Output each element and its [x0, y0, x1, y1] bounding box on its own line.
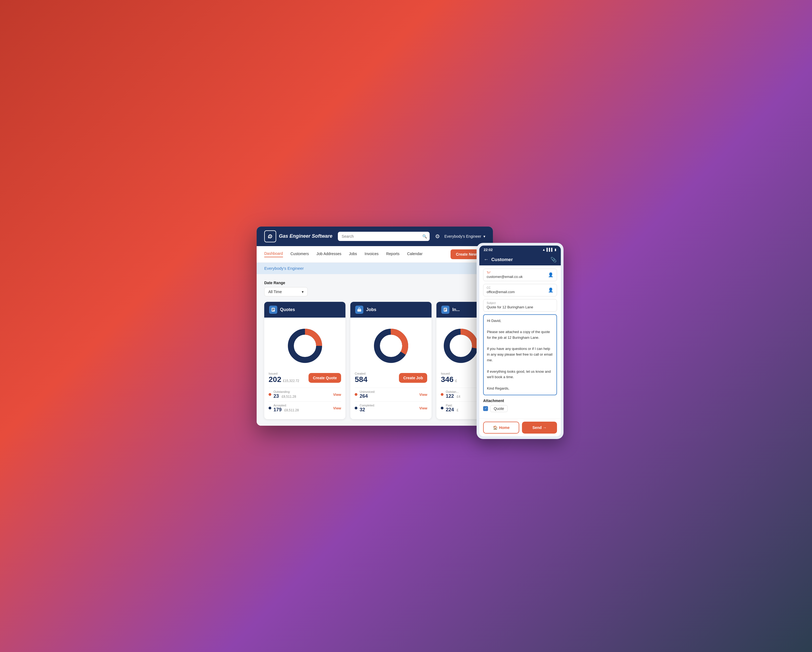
quotes-issued-count: 202 [269, 375, 281, 384]
search-icon: 🔍 [422, 234, 427, 238]
quotes-accepted-view[interactable]: View [333, 406, 341, 410]
mobile-attachment-checkbox[interactable]: ✓ [483, 406, 488, 411]
invoices-issued-amount: £ [455, 379, 457, 383]
svg-rect-2 [272, 308, 274, 309]
mobile-to-label: To* [487, 271, 522, 274]
mobile-to-value: customer@email.co.uk [487, 275, 522, 279]
svg-point-7 [297, 338, 313, 354]
search-bar: 🔍 [338, 232, 430, 241]
svg-point-18 [453, 338, 469, 354]
quotes-outstanding-count: 23 [273, 393, 279, 399]
quotes-card-body: Issued: 202 £15,322.72 Create Quote [264, 318, 345, 419]
mobile-attachment-section: Attachment ✓ Quote [483, 399, 557, 412]
jobs-uninvoiced-view[interactable]: View [419, 392, 427, 397]
search-input[interactable] [338, 232, 430, 241]
invoices-outstanding-amount: £4 [457, 395, 460, 399]
quotes-outstanding-label: Outstanding: [273, 390, 296, 393]
dropdown-chevron-icon: ▾ [484, 234, 485, 238]
mobile-attachment-icon[interactable]: 📎 [551, 257, 556, 263]
invoices-issued-label: Issued: [441, 372, 457, 375]
quotes-accepted-label: Accepted: [273, 404, 299, 407]
quotes-issued-row: Issued: 202 £15,322.72 Create Quote [269, 372, 341, 384]
nav-item-invoices[interactable]: Invoices [365, 252, 379, 257]
mobile-attachment-label: Attachment [483, 399, 557, 403]
completed-dot [355, 407, 357, 409]
desktop-window: Gas Engineer Software 🔍 ⚙ Everybody's En… [256, 227, 493, 426]
mobile-status-icons: ▲ ▌▌▌ ▮ [542, 248, 556, 252]
mobile-header-title: Customer [491, 257, 513, 263]
logo-area: Gas Engineer Software [264, 231, 333, 242]
invoices-outstanding-row: Outstan... 122 £4 [441, 388, 481, 401]
mobile-header: ← Customer 📎 [479, 254, 561, 266]
quotes-card-title: Quotes [280, 307, 295, 312]
mobile-email-body[interactable]: Hi David, Please see attached a copy of … [483, 314, 557, 395]
svg-point-11 [383, 338, 399, 354]
logo-icon [264, 231, 276, 242]
svg-rect-14 [444, 310, 446, 310]
nav-item-customers[interactable]: Customers [291, 252, 309, 257]
dropdown-arrow-icon: ▾ [302, 290, 304, 294]
create-new-label: Create New + [456, 252, 480, 257]
settings-button[interactable]: ⚙ [435, 233, 440, 240]
invoices-outstanding-count: 122 [446, 393, 454, 399]
quotes-header-icon [269, 305, 277, 314]
create-job-button[interactable]: Create Job [399, 373, 427, 383]
invoices-paid-dot [441, 407, 444, 409]
quotes-donut [269, 324, 341, 368]
nav-item-dashboard[interactable]: Dashboard [264, 251, 283, 257]
home-icon: 🏠 [493, 425, 498, 430]
mobile-cc-field[interactable]: CC office@email.com 👤 [483, 284, 557, 296]
svg-rect-4 [272, 310, 273, 311]
mobile-back-button[interactable]: ← [484, 257, 488, 263]
mobile-to-field[interactable]: To* customer@email.co.uk 👤 [483, 269, 557, 281]
user-dropdown-button[interactable]: Everybody's Engineer ▾ [444, 234, 485, 238]
mobile-send-button[interactable]: Send → [522, 421, 557, 434]
jobs-completed-view[interactable]: View [419, 406, 427, 410]
nav-item-calendar[interactable]: Calendar [407, 252, 423, 257]
create-quote-button[interactable]: Create Quote [308, 373, 341, 383]
mobile-header-left: ← Customer [484, 257, 513, 263]
mobile-cc-value: office@email.com [487, 290, 514, 294]
mobile-home-button[interactable]: 🏠 Home [483, 421, 519, 434]
nav-right: ⚙ Everybody's Engineer ▾ [435, 233, 485, 240]
quotes-accepted-count: 179 [273, 407, 282, 413]
nav-item-jobs[interactable]: Jobs [349, 252, 357, 257]
invoices-paid-label: Paid: [446, 404, 458, 407]
invoices-paid-count: 224 [446, 407, 454, 413]
svg-point-0 [269, 235, 271, 237]
dashboard-content: Date Range All Time ▾ [256, 274, 493, 426]
jobs-card-title: Jobs [366, 307, 376, 312]
svg-rect-15 [444, 310, 446, 311]
date-range-section: Date Range All Time ▾ [264, 281, 485, 296]
nav-item-reports[interactable]: Reports [386, 252, 400, 257]
invoices-outstanding-dot [441, 393, 444, 396]
mobile-subject-value: Quote for 12 Buringham Lane [487, 305, 533, 309]
mobile-send-label: Send → [532, 425, 546, 430]
jobs-uninvoiced-label: Uninvoiced: [360, 390, 375, 393]
jobs-card-header: Jobs [350, 302, 432, 318]
quotes-issued-amount: £15,322.72 [283, 379, 299, 383]
date-range-dropdown[interactable]: All Time ▾ [264, 287, 308, 296]
mobile-subject-field[interactable]: Subject Quote for 12 Buringham Lane [483, 299, 557, 311]
quotes-issued-label: Issued: [269, 372, 299, 375]
mobile-attachment-name: Quote [490, 405, 508, 412]
top-nav: Gas Engineer Software 🔍 ⚙ Everybody's En… [256, 227, 493, 246]
outstanding-dot [269, 393, 271, 396]
quotes-outstanding-view[interactable]: View [333, 392, 341, 397]
quotes-outstanding-amount: £8,511.28 [282, 395, 296, 399]
jobs-card-body: Created: 584 Create Job Un [350, 318, 432, 419]
date-range-value: All Time [268, 290, 282, 294]
jobs-created-row: Created: 584 Create Job [355, 372, 427, 384]
jobs-donut [355, 324, 427, 368]
svg-rect-3 [272, 310, 274, 310]
invoices-donut [441, 324, 481, 368]
quotes-card-header: Quotes [264, 302, 345, 318]
jobs-card: Jobs Created: [350, 302, 432, 419]
invoices-issued-count: 346 [441, 375, 453, 384]
mobile-inner: 22:02 ▲ ▌▌▌ ▮ ← Customer 📎 [479, 246, 561, 436]
cards-row: Quotes Issued: [264, 302, 485, 419]
svg-rect-8 [357, 309, 361, 311]
nav-item-job-addresses[interactable]: Job Addresses [316, 252, 341, 257]
invoices-paid-amount: £ [457, 408, 459, 412]
jobs-completed-row: Completed: 32 View [355, 401, 427, 415]
